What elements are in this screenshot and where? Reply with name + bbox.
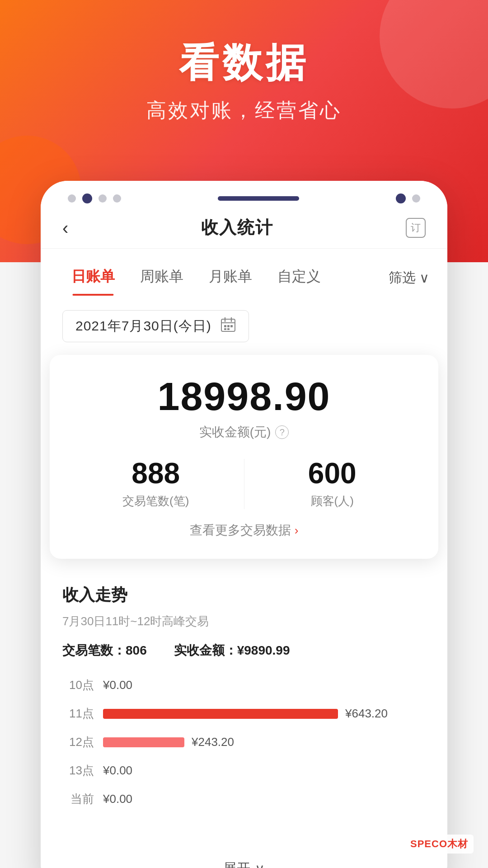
back-button[interactable]: ‹ bbox=[62, 219, 68, 237]
chart-row-value: ¥643.20 bbox=[345, 707, 388, 721]
help-icon[interactable]: ? bbox=[275, 425, 289, 439]
customers-col: 600 顾客(人) bbox=[244, 459, 421, 509]
chevron-down-icon: ∨ bbox=[255, 861, 265, 868]
chart-row-value: ¥0.00 bbox=[103, 678, 132, 692]
navbar-title: 收入统计 bbox=[68, 216, 406, 239]
chart-row: 当前¥0.00 bbox=[62, 791, 426, 807]
phone-frame: ‹ 收入统计 订 日账单 周账单 月账单 自定义 筛选 ∨ 2021年7月30日… bbox=[41, 181, 447, 868]
watermark: SPECO木材 bbox=[405, 835, 474, 854]
svg-rect-6 bbox=[230, 325, 233, 327]
tab-month[interactable]: 月账单 bbox=[196, 259, 265, 296]
hero-title: 看数据 bbox=[179, 36, 309, 90]
chart-row-label: 10点 bbox=[62, 677, 94, 693]
stats-row: 888 交易笔数(笔) 600 顾客(人) bbox=[68, 459, 420, 509]
chart-bar-wrap: ¥0.00 bbox=[103, 764, 426, 778]
more-data-link[interactable]: 查看更多交易数据 › bbox=[68, 509, 420, 542]
tab-custom[interactable]: 自定义 bbox=[265, 259, 333, 296]
svg-rect-4 bbox=[224, 325, 226, 327]
dot-2 bbox=[82, 193, 92, 203]
tab-week[interactable]: 周账单 bbox=[127, 259, 196, 296]
filter-label: 筛选 bbox=[389, 269, 416, 287]
dot-5 bbox=[396, 193, 406, 203]
chart-row: 11点¥643.20 bbox=[62, 706, 426, 722]
chart-row-label: 当前 bbox=[62, 791, 94, 807]
phone-notch bbox=[218, 196, 299, 201]
customer-label: 顾客(人) bbox=[244, 493, 421, 509]
chart-row-value: ¥243.20 bbox=[192, 735, 234, 749]
arrow-right-icon: › bbox=[295, 524, 299, 538]
date-display: 2021年7月30日(今日) bbox=[75, 317, 211, 335]
trend-amount-stat: 实收金额：¥9890.99 bbox=[174, 642, 290, 659]
transaction-label: 交易笔数(笔) bbox=[68, 493, 244, 509]
phone-dots bbox=[68, 193, 121, 203]
hero-subtitle: 高效对账，经营省心 bbox=[146, 97, 342, 124]
chart-container: 10点¥0.0011点¥643.2012点¥243.2013点¥0.00当前¥0… bbox=[62, 677, 426, 829]
chart-row-label: 12点 bbox=[62, 734, 94, 750]
expand-button[interactable]: 展开 ∨ bbox=[41, 847, 447, 868]
transactions-col: 888 交易笔数(笔) bbox=[68, 459, 244, 509]
trend-stats: 交易笔数：806 实收金额：¥9890.99 bbox=[62, 642, 426, 659]
calendar-icon bbox=[221, 317, 236, 335]
svg-rect-7 bbox=[224, 328, 226, 330]
dot-3 bbox=[99, 194, 107, 203]
chart-row: 10点¥0.00 bbox=[62, 677, 426, 693]
svg-rect-5 bbox=[227, 325, 230, 327]
chart-bar-wrap: ¥243.20 bbox=[103, 735, 426, 749]
trend-section: 收入走势 7月30日11时~12时高峰交易 交易笔数：806 实收金额：¥989… bbox=[41, 566, 447, 847]
trend-subtitle: 7月30日11时~12时高峰交易 bbox=[62, 613, 426, 629]
chart-bar-wrap: ¥0.00 bbox=[103, 678, 426, 692]
chart-row-label: 13点 bbox=[62, 763, 94, 778]
navbar-action-icon[interactable]: 订 bbox=[406, 218, 426, 238]
stats-card: 18998.90 实收金额(元) ? 888 交易笔数(笔) 600 顾客(人)… bbox=[50, 355, 438, 559]
chart-row-value: ¥0.00 bbox=[103, 764, 132, 778]
chart-bar-wrap: ¥0.00 bbox=[103, 792, 426, 806]
main-amount: 18998.90 bbox=[68, 377, 420, 416]
chevron-down-icon: ∨ bbox=[419, 270, 429, 286]
chart-row-label: 11点 bbox=[62, 706, 94, 722]
phone-topbar bbox=[41, 181, 447, 203]
customer-count: 600 bbox=[244, 459, 421, 488]
trend-transaction-stat: 交易笔数：806 bbox=[62, 642, 147, 659]
navbar: ‹ 收入统计 订 bbox=[41, 203, 447, 249]
dot-4 bbox=[113, 194, 121, 203]
amount-label: 实收金额(元) ? bbox=[68, 424, 420, 441]
tabs-bar: 日账单 周账单 月账单 自定义 筛选 ∨ bbox=[41, 249, 447, 296]
chart-row-value: ¥0.00 bbox=[103, 792, 132, 806]
filter-button[interactable]: 筛选 ∨ bbox=[389, 269, 429, 287]
chart-bar bbox=[103, 737, 184, 747]
svg-rect-8 bbox=[227, 328, 230, 330]
trend-title: 收入走势 bbox=[62, 584, 426, 606]
chart-bar-wrap: ¥643.20 bbox=[103, 707, 426, 721]
transaction-count: 888 bbox=[68, 459, 244, 488]
date-picker[interactable]: 2021年7月30日(今日) bbox=[62, 310, 249, 342]
date-section: 2021年7月30日(今日) bbox=[41, 296, 447, 355]
phone-dots-right bbox=[396, 193, 420, 203]
chart-row: 13点¥0.00 bbox=[62, 763, 426, 778]
dot-1 bbox=[68, 194, 76, 203]
tab-day[interactable]: 日账单 bbox=[59, 259, 127, 296]
chart-bar bbox=[103, 709, 338, 719]
dot-6 bbox=[412, 194, 420, 203]
chart-row: 12点¥243.20 bbox=[62, 734, 426, 750]
